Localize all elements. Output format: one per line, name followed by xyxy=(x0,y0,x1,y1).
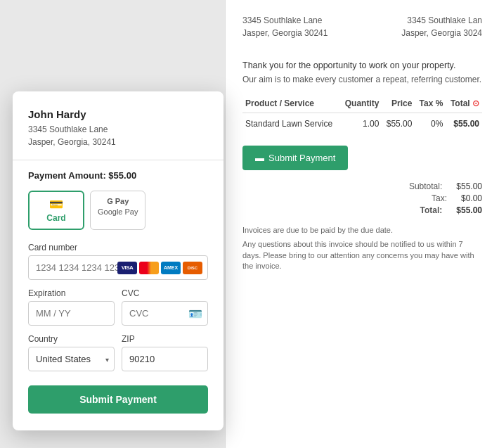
discover-icon: DISC xyxy=(183,262,202,274)
payment-modal: John Hardy 3345 Southlake Lane Jasper, G… xyxy=(13,91,223,430)
invoice-address-right-line2: Jasper, Georgia 3024 xyxy=(401,27,482,39)
subtotal-value: $55.00 xyxy=(456,181,482,191)
address-line1: 3345 Southlake Lane xyxy=(28,123,208,136)
invoice-address-left-line1: 3345 Southlake Lane xyxy=(242,14,328,27)
cell-product: Standard Lawn Service xyxy=(242,113,340,135)
credit-card-icon: ▬ xyxy=(255,153,264,163)
total-value: $55.00 xyxy=(456,205,482,215)
cell-total: $55.00 xyxy=(446,113,482,135)
card-number-label: Card number xyxy=(28,243,208,252)
payment-tabs: 💳 Card G Pay Google Pay xyxy=(28,191,208,230)
submit-btn-label: Submit Payment xyxy=(79,394,157,405)
subtotal-label: Subtotal: xyxy=(409,181,442,191)
invoice-table: Product / Service Quantity Price Tax % T… xyxy=(242,94,482,134)
col-product: Product / Service xyxy=(242,94,340,113)
expiration-label: Expiration xyxy=(28,288,115,298)
divider xyxy=(13,160,223,160)
cvc-card-icon: 🪪 xyxy=(188,307,202,320)
invoice-address-left: 3345 Southlake Lane Jasper, Georgia 3024… xyxy=(242,14,328,39)
total-label: Total: xyxy=(420,205,443,215)
exp-cvc-row: Expiration CVC 🪪 xyxy=(28,288,208,334)
card-number-group: Card number VISA AMEX DISC xyxy=(28,243,208,280)
customer-address: 3345 Southlake Lane Jasper, Georgia, 302… xyxy=(28,123,208,148)
tax-label: Tax: xyxy=(432,193,447,203)
zip-input[interactable] xyxy=(122,347,208,371)
zip-group: ZIP xyxy=(122,334,208,371)
cell-quantity: 1.00 xyxy=(340,113,382,135)
table-row: Standard Lawn Service 1.00 $55.00 0% $55… xyxy=(242,113,482,135)
col-total: Total ⊙ xyxy=(446,94,482,113)
total-row: Total: $55.00 xyxy=(242,205,482,215)
invoice-panel: 3345 Southlake Lane Jasper, Georgia 3024… xyxy=(225,0,499,448)
invoice-submit-btn[interactable]: ▬ Submit Payment xyxy=(242,146,348,170)
expiration-input[interactable] xyxy=(28,301,115,326)
invoice-address-right: 3345 Southlake Lan Jasper, Georgia 3024 xyxy=(401,14,482,39)
card-tab-label: Card xyxy=(46,213,65,223)
tax-row: Tax: $0.00 xyxy=(242,193,482,203)
submit-payment-btn[interactable]: Submit Payment xyxy=(28,385,208,414)
invoice-note1: Invoices are due to be paid by the due d… xyxy=(242,225,482,236)
invoice-aim: Our aim is to make every customer a repe… xyxy=(242,75,482,84)
col-price: Price xyxy=(382,94,415,113)
address-line2: Jasper, Georgia, 30241 xyxy=(28,136,208,148)
country-select[interactable]: United States Canada United Kingdom xyxy=(28,347,115,371)
card-number-wrapper: VISA AMEX DISC xyxy=(28,255,208,280)
mastercard-icon xyxy=(139,262,159,274)
gpay-tab-label: Google Pay xyxy=(98,207,138,216)
visa-icon: VISA xyxy=(117,262,137,274)
col-tax: Tax % xyxy=(415,94,446,113)
amex-icon: AMEX xyxy=(161,262,181,274)
invoice-address-right-line1: 3345 Southlake Lan xyxy=(401,14,482,27)
card-brand-icons: VISA AMEX DISC xyxy=(117,262,202,274)
country-zip-row: Country United States Canada United King… xyxy=(28,334,208,380)
gpay-icon: G Pay xyxy=(107,197,129,205)
tax-value: $0.00 xyxy=(461,193,482,203)
invoice-thank-you: Thank you for the opportunity to work on… xyxy=(242,60,482,70)
col-quantity: Quantity xyxy=(340,94,382,113)
totals-section: Subtotal: $55.00 Tax: $0.00 Total: $55.0… xyxy=(242,181,482,215)
expiration-group: Expiration xyxy=(28,288,115,326)
payment-amount: Payment Amount: $55.00 xyxy=(28,170,208,181)
cvc-label: CVC xyxy=(122,288,208,298)
subtotal-row: Subtotal: $55.00 xyxy=(242,181,482,191)
customer-name: John Hardy xyxy=(28,108,208,120)
country-select-wrapper: United States Canada United Kingdom ▾ xyxy=(28,347,115,371)
zip-label: ZIP xyxy=(122,334,208,344)
card-icon: 💳 xyxy=(49,198,63,211)
cell-price: $55.00 xyxy=(382,113,415,135)
country-label: Country xyxy=(28,334,115,344)
cell-tax: 0% xyxy=(415,113,446,135)
cvc-group: CVC 🪪 xyxy=(122,288,208,326)
invoice-address-left-line2: Jasper, Georgia 30241 xyxy=(242,27,328,39)
tab-card[interactable]: 💳 Card xyxy=(28,191,84,230)
cvc-wrapper: 🪪 xyxy=(122,301,208,326)
country-group: Country United States Canada United King… xyxy=(28,334,115,371)
tab-gpay[interactable]: G Pay Google Pay xyxy=(90,191,145,230)
invoice-note2: Any questions about this invoice should … xyxy=(242,239,482,271)
